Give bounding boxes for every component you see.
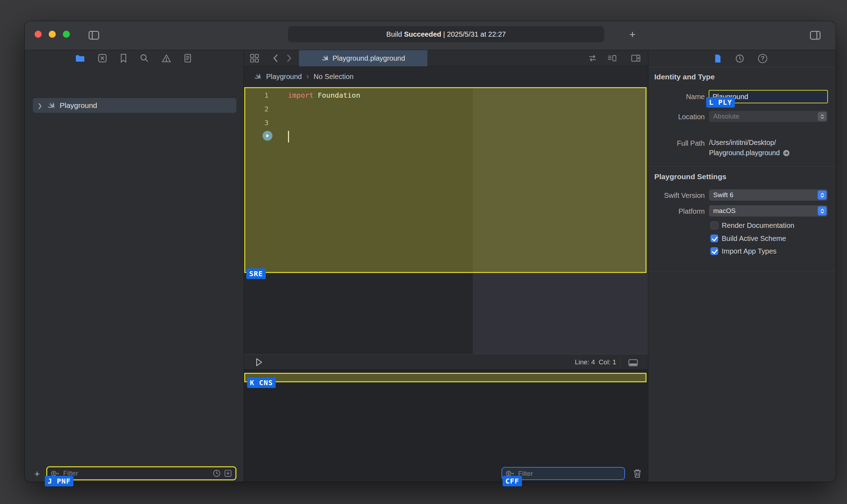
divider bbox=[648, 166, 836, 166]
annotation-label-k-cns: K CNS bbox=[247, 377, 276, 388]
swift-version-value: Swift 6 bbox=[713, 191, 733, 199]
jump-bar: Playground › No Selection bbox=[244, 66, 648, 87]
status-timestamp: | 2025/5/31 at 22:27 bbox=[441, 30, 506, 38]
annotation-label-sre: SRE bbox=[246, 268, 266, 279]
breadcrumb-item-selection[interactable]: No Selection bbox=[314, 73, 354, 81]
location-value: Absolute bbox=[713, 113, 739, 120]
help-inspector-icon[interactable]: ? bbox=[758, 54, 767, 63]
stepper-chevrons-icon bbox=[818, 190, 827, 200]
source-control-status-icon[interactable] bbox=[224, 469, 232, 477]
identity-section-header: Identity and Type bbox=[654, 73, 715, 81]
related-items-grid-icon[interactable] bbox=[249, 53, 260, 63]
full-path-line2: Playground.playground bbox=[709, 148, 780, 158]
divider bbox=[620, 357, 620, 367]
annotation-label-l-ply: L PLY bbox=[706, 97, 735, 108]
plus-icon: + bbox=[34, 469, 40, 478]
location-label: Location bbox=[648, 113, 705, 121]
divider bbox=[648, 271, 836, 271]
activity-status: Build Succeeded | 2025/5/31 at 22:27 bbox=[288, 26, 604, 42]
status-result: Succeeded bbox=[404, 30, 441, 38]
swift-file-icon bbox=[321, 54, 329, 62]
cursor-position-label: Line: 4 Col: 1 bbox=[575, 354, 616, 370]
close-button[interactable] bbox=[35, 31, 42, 38]
forward-chevron-icon[interactable] bbox=[284, 53, 294, 63]
execute-playground-button[interactable] bbox=[254, 357, 264, 367]
line-number: 3 bbox=[252, 116, 269, 130]
project-name-label: Playground bbox=[60, 101, 97, 110]
swift-version-label: Swift Version bbox=[648, 192, 705, 200]
annotation-label-cff: CFF bbox=[503, 476, 522, 486]
clear-console-trash-icon[interactable] bbox=[631, 468, 643, 479]
import-app-types-label: Import App Types bbox=[722, 247, 776, 255]
swift-version-dropdown[interactable]: Swift 6 bbox=[709, 189, 828, 201]
disclosure-chevron-icon[interactable]: ❯ bbox=[33, 102, 47, 109]
code-line-3[interactable]: 3 bbox=[244, 116, 648, 130]
bookmark-navigator-icon[interactable] bbox=[120, 54, 127, 63]
build-active-scheme-checkbox[interactable] bbox=[710, 235, 718, 242]
jump-to-path-arrow-icon[interactable] bbox=[783, 150, 790, 157]
navigator-sidebar: ❯ Playground + bbox=[25, 50, 244, 482]
sidebar-item-playground[interactable]: ❯ Playground bbox=[33, 98, 236, 113]
breadcrumb-item-playground[interactable]: Playground bbox=[266, 73, 302, 81]
toggle-left-sidebar-icon[interactable] bbox=[88, 29, 100, 42]
text-cursor bbox=[288, 131, 289, 142]
divider bbox=[648, 67, 836, 67]
back-chevron-icon[interactable] bbox=[271, 53, 281, 63]
console-filter-input[interactable] bbox=[518, 470, 621, 478]
editor-area: Playground.playground bbox=[244, 50, 648, 482]
line-number: 1 bbox=[252, 89, 269, 102]
inspector-tab-strip: ? bbox=[714, 50, 767, 67]
file-inspector-icon[interactable] bbox=[714, 54, 721, 63]
report-navigator-icon[interactable] bbox=[184, 54, 192, 63]
zoom-button[interactable] bbox=[63, 31, 70, 38]
identifier-token: Foundation bbox=[313, 91, 360, 99]
run-line-play-button[interactable] bbox=[263, 131, 272, 141]
full-path-label: Full Path bbox=[648, 139, 705, 147]
new-tab-button[interactable]: + bbox=[625, 28, 639, 42]
find-navigator-icon[interactable] bbox=[140, 54, 149, 63]
render-documentation-label: Render Documentation bbox=[722, 221, 794, 230]
code-text: import Foundation bbox=[288, 89, 360, 102]
add-item-button[interactable]: + bbox=[31, 468, 43, 479]
tab-playground-playground[interactable]: Playground.playground bbox=[299, 50, 427, 66]
render-documentation-checkbox[interactable] bbox=[710, 221, 718, 229]
code-review-icon[interactable] bbox=[587, 53, 598, 63]
full-path-line1: /Users/intitni/Desktop/ bbox=[709, 138, 832, 148]
add-editor-split-icon[interactable] bbox=[630, 53, 641, 63]
inspector-panel: ? Identity and Type Name Location Absolu… bbox=[648, 50, 836, 482]
source-editor[interactable]: 1 import Foundation 2 3 bbox=[244, 87, 648, 354]
xcode-window: Build Succeeded | 2025/5/31 at 22:27 + bbox=[25, 21, 836, 482]
toggle-console-icon[interactable] bbox=[627, 358, 639, 368]
tab-label: Playground.playground bbox=[332, 54, 405, 62]
plus-icon: + bbox=[629, 29, 636, 40]
navigator-filter-field[interactable] bbox=[46, 466, 236, 480]
name-label: Name bbox=[648, 93, 705, 101]
platform-value: macOS bbox=[713, 207, 735, 215]
location-dropdown: Absolute bbox=[709, 111, 828, 122]
toolbar: Build Succeeded | 2025/5/31 at 22:27 + bbox=[25, 21, 836, 50]
editor-options-icon[interactable] bbox=[606, 53, 618, 63]
settings-section-header: Playground Settings bbox=[654, 172, 726, 181]
line-number: 2 bbox=[252, 102, 269, 116]
toggle-right-inspector-icon[interactable] bbox=[809, 29, 822, 42]
build-active-scheme-label: Build Active Scheme bbox=[722, 234, 786, 243]
source-control-navigator-icon[interactable] bbox=[98, 54, 107, 63]
code-line-1[interactable]: 1 import Foundation bbox=[244, 89, 648, 102]
stepper-chevrons-icon bbox=[818, 206, 827, 215]
project-navigator-icon[interactable] bbox=[75, 54, 85, 62]
platform-dropdown[interactable]: macOS bbox=[709, 205, 828, 217]
import-app-types-checkbox[interactable] bbox=[710, 247, 718, 255]
annotation-label-j-pnf: J PNF bbox=[45, 476, 73, 486]
issue-navigator-icon[interactable] bbox=[162, 54, 171, 63]
recent-files-clock-icon[interactable] bbox=[212, 469, 221, 478]
keyword-token: import bbox=[288, 91, 313, 99]
history-inspector-icon[interactable] bbox=[735, 54, 744, 63]
minimize-button[interactable] bbox=[49, 31, 56, 38]
annotation-box-console bbox=[244, 373, 647, 382]
debug-console[interactable] bbox=[244, 370, 648, 482]
status-prefix: Build bbox=[386, 30, 404, 38]
full-path-value: /Users/intitni/Desktop/ Playground.playg… bbox=[709, 138, 832, 158]
platform-label: Platform bbox=[648, 207, 705, 215]
code-line-2[interactable]: 2 bbox=[244, 102, 648, 116]
navigator-filter-input[interactable] bbox=[63, 469, 209, 477]
